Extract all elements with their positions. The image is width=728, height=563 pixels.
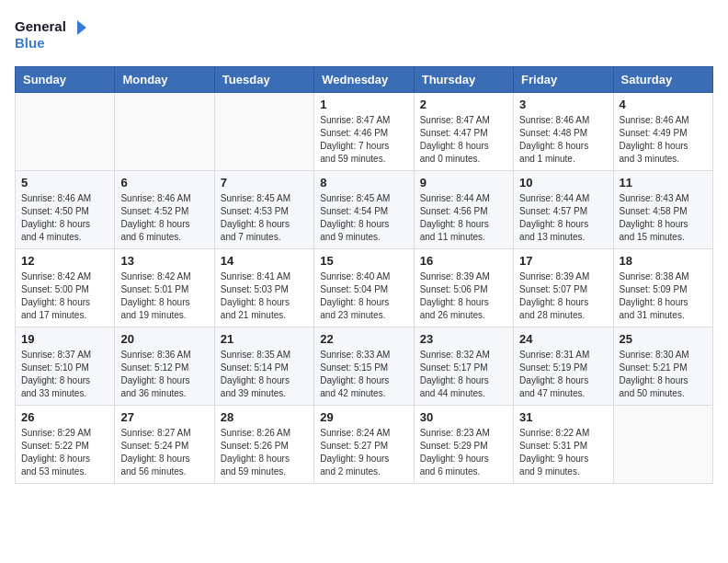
day-number: 8 xyxy=(320,176,407,190)
day-number: 14 xyxy=(221,254,308,268)
calendar-cell: 21Sunrise: 8:35 AM Sunset: 5:14 PM Dayli… xyxy=(214,327,313,406)
header-tuesday: Tuesday xyxy=(214,67,313,93)
calendar-cell: 26Sunrise: 8:29 AM Sunset: 5:22 PM Dayli… xyxy=(16,406,115,484)
svg-marker-2 xyxy=(77,20,86,35)
day-info: Sunrise: 8:36 AM Sunset: 5:12 PM Dayligh… xyxy=(120,349,208,400)
calendar-cell: 4Sunrise: 8:46 AM Sunset: 4:49 PM Daylig… xyxy=(613,93,712,171)
day-number: 30 xyxy=(420,410,507,424)
calendar-cell: 14Sunrise: 8:41 AM Sunset: 5:03 PM Dayli… xyxy=(214,249,313,327)
calendar-cell: 28Sunrise: 8:26 AM Sunset: 5:26 PM Dayli… xyxy=(214,406,313,484)
header-thursday: Thursday xyxy=(414,67,513,93)
day-number: 22 xyxy=(320,332,407,346)
calendar-cell: 25Sunrise: 8:30 AM Sunset: 5:21 PM Dayli… xyxy=(613,327,712,406)
day-number: 1 xyxy=(320,98,407,111)
calendar-cell: 19Sunrise: 8:37 AM Sunset: 5:10 PM Dayli… xyxy=(16,327,115,406)
day-number: 16 xyxy=(420,254,507,268)
logo: General Blue xyxy=(15,15,88,55)
week-row-2: 5Sunrise: 8:46 AM Sunset: 4:50 PM Daylig… xyxy=(16,171,713,249)
calendar-cell: 31Sunrise: 8:22 AM Sunset: 5:31 PM Dayli… xyxy=(514,406,613,484)
calendar-cell: 18Sunrise: 8:38 AM Sunset: 5:09 PM Dayli… xyxy=(613,249,712,327)
day-number: 7 xyxy=(221,176,308,190)
day-info: Sunrise: 8:46 AM Sunset: 4:49 PM Dayligh… xyxy=(620,114,707,166)
calendar-cell: 2Sunrise: 8:47 AM Sunset: 4:47 PM Daylig… xyxy=(414,93,513,171)
day-info: Sunrise: 8:40 AM Sunset: 5:04 PM Dayligh… xyxy=(320,270,407,322)
calendar-cell: 12Sunrise: 8:42 AM Sunset: 5:00 PM Dayli… xyxy=(16,249,115,327)
day-number: 29 xyxy=(320,410,407,424)
calendar-body: 1Sunrise: 8:47 AM Sunset: 4:46 PM Daylig… xyxy=(16,93,713,484)
calendar-cell xyxy=(16,93,115,171)
calendar-cell: 8Sunrise: 8:45 AM Sunset: 4:54 PM Daylig… xyxy=(314,171,414,249)
day-info: Sunrise: 8:47 AM Sunset: 4:47 PM Dayligh… xyxy=(420,114,507,166)
header-friday: Friday xyxy=(514,67,613,93)
day-info: Sunrise: 8:45 AM Sunset: 4:54 PM Dayligh… xyxy=(320,192,407,244)
day-number: 13 xyxy=(120,254,208,268)
day-info: Sunrise: 8:41 AM Sunset: 5:03 PM Dayligh… xyxy=(221,270,308,322)
day-number: 23 xyxy=(420,332,507,346)
day-info: Sunrise: 8:26 AM Sunset: 5:26 PM Dayligh… xyxy=(221,427,308,478)
header-monday: Monday xyxy=(115,67,214,93)
day-number: 11 xyxy=(620,176,707,190)
day-info: Sunrise: 8:32 AM Sunset: 5:17 PM Dayligh… xyxy=(420,349,507,400)
day-info: Sunrise: 8:24 AM Sunset: 5:27 PM Dayligh… xyxy=(320,427,407,478)
calendar-cell xyxy=(214,93,313,171)
week-row-5: 26Sunrise: 8:29 AM Sunset: 5:22 PM Dayli… xyxy=(16,406,713,484)
header-sunday: Sunday xyxy=(16,67,115,93)
day-info: Sunrise: 8:31 AM Sunset: 5:19 PM Dayligh… xyxy=(519,349,607,400)
day-info: Sunrise: 8:45 AM Sunset: 4:53 PM Dayligh… xyxy=(221,192,308,244)
week-row-3: 12Sunrise: 8:42 AM Sunset: 5:00 PM Dayli… xyxy=(16,249,713,327)
day-info: Sunrise: 8:27 AM Sunset: 5:24 PM Dayligh… xyxy=(120,427,208,478)
calendar-cell: 22Sunrise: 8:33 AM Sunset: 5:15 PM Dayli… xyxy=(314,327,414,406)
calendar-cell: 10Sunrise: 8:44 AM Sunset: 4:57 PM Dayli… xyxy=(514,171,613,249)
calendar-cell: 23Sunrise: 8:32 AM Sunset: 5:17 PM Dayli… xyxy=(414,327,513,406)
day-number: 31 xyxy=(519,410,607,424)
day-info: Sunrise: 8:44 AM Sunset: 4:56 PM Dayligh… xyxy=(420,192,507,244)
week-row-1: 1Sunrise: 8:47 AM Sunset: 4:46 PM Daylig… xyxy=(16,93,713,171)
day-number: 12 xyxy=(21,254,108,268)
header-row: SundayMondayTuesdayWednesdayThursdayFrid… xyxy=(16,67,713,93)
day-info: Sunrise: 8:42 AM Sunset: 5:01 PM Dayligh… xyxy=(120,270,208,322)
day-number: 26 xyxy=(21,410,108,424)
logo-svg: General Blue xyxy=(15,15,88,55)
calendar-cell xyxy=(613,406,712,484)
calendar-cell: 24Sunrise: 8:31 AM Sunset: 5:19 PM Dayli… xyxy=(514,327,613,406)
calendar-cell: 29Sunrise: 8:24 AM Sunset: 5:27 PM Dayli… xyxy=(314,406,414,484)
calendar-cell: 20Sunrise: 8:36 AM Sunset: 5:12 PM Dayli… xyxy=(115,327,214,406)
calendar-cell: 27Sunrise: 8:27 AM Sunset: 5:24 PM Dayli… xyxy=(115,406,214,484)
day-info: Sunrise: 8:23 AM Sunset: 5:29 PM Dayligh… xyxy=(420,427,507,478)
calendar-cell: 11Sunrise: 8:43 AM Sunset: 4:58 PM Dayli… xyxy=(613,171,712,249)
day-number: 21 xyxy=(221,332,308,346)
header-wednesday: Wednesday xyxy=(314,67,414,93)
day-number: 19 xyxy=(21,332,108,346)
day-info: Sunrise: 8:30 AM Sunset: 5:21 PM Dayligh… xyxy=(620,349,707,400)
week-row-4: 19Sunrise: 8:37 AM Sunset: 5:10 PM Dayli… xyxy=(16,327,713,406)
day-number: 28 xyxy=(221,410,308,424)
day-number: 9 xyxy=(420,176,507,190)
day-info: Sunrise: 8:47 AM Sunset: 4:46 PM Dayligh… xyxy=(320,114,407,166)
calendar-cell: 13Sunrise: 8:42 AM Sunset: 5:01 PM Dayli… xyxy=(115,249,214,327)
calendar-cell: 6Sunrise: 8:46 AM Sunset: 4:52 PM Daylig… xyxy=(115,171,214,249)
calendar-header: SundayMondayTuesdayWednesdayThursdayFrid… xyxy=(16,67,713,93)
day-number: 20 xyxy=(120,332,208,346)
day-info: Sunrise: 8:46 AM Sunset: 4:52 PM Dayligh… xyxy=(120,192,208,244)
day-info: Sunrise: 8:46 AM Sunset: 4:50 PM Dayligh… xyxy=(21,192,108,244)
day-number: 10 xyxy=(519,176,607,190)
day-number: 4 xyxy=(620,98,707,111)
day-info: Sunrise: 8:43 AM Sunset: 4:58 PM Dayligh… xyxy=(620,192,707,244)
day-info: Sunrise: 8:46 AM Sunset: 4:48 PM Dayligh… xyxy=(519,114,607,166)
calendar-cell xyxy=(115,93,214,171)
calendar-cell: 9Sunrise: 8:44 AM Sunset: 4:56 PM Daylig… xyxy=(414,171,513,249)
header-saturday: Saturday xyxy=(613,67,712,93)
day-info: Sunrise: 8:39 AM Sunset: 5:07 PM Dayligh… xyxy=(519,270,607,322)
day-number: 27 xyxy=(120,410,208,424)
calendar-table: SundayMondayTuesdayWednesdayThursdayFrid… xyxy=(15,66,713,484)
svg-text:Blue: Blue xyxy=(15,35,45,51)
calendar-cell: 17Sunrise: 8:39 AM Sunset: 5:07 PM Dayli… xyxy=(514,249,613,327)
day-number: 24 xyxy=(519,332,607,346)
day-number: 25 xyxy=(620,332,707,346)
calendar-cell: 7Sunrise: 8:45 AM Sunset: 4:53 PM Daylig… xyxy=(214,171,313,249)
day-info: Sunrise: 8:22 AM Sunset: 5:31 PM Dayligh… xyxy=(519,427,607,478)
day-number: 17 xyxy=(519,254,607,268)
day-info: Sunrise: 8:42 AM Sunset: 5:00 PM Dayligh… xyxy=(21,270,108,322)
calendar-cell: 5Sunrise: 8:46 AM Sunset: 4:50 PM Daylig… xyxy=(16,171,115,249)
page-header: General Blue xyxy=(15,15,713,55)
